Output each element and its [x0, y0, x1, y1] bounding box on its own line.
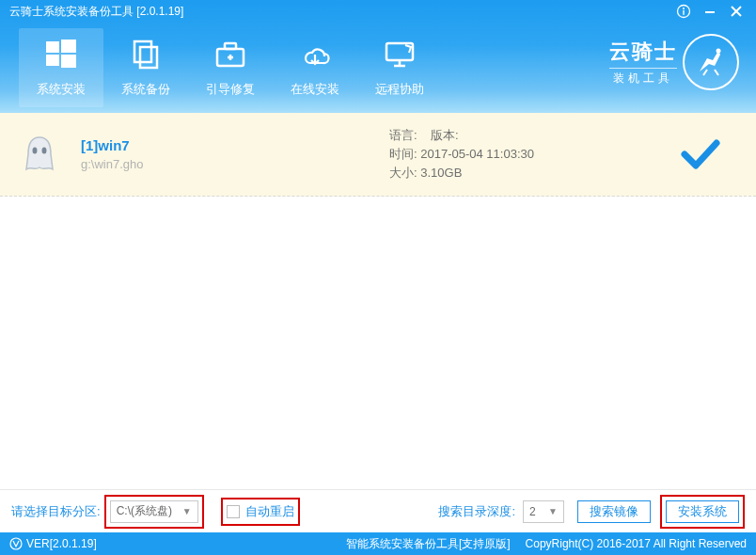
nav-label: 远程协助 [375, 81, 424, 98]
install-system-button[interactable]: 安装系统 [666, 500, 739, 523]
search-image-button[interactable]: 搜索镜像 [577, 500, 651, 523]
image-list: [1]win7 g:\win7.gho 语言: 版本: 时间: 2017-05-… [0, 113, 756, 489]
svg-line-22 [715, 70, 718, 75]
brand-name: 云骑士 [609, 38, 677, 66]
footer-center: 智能系统安装备份工具[支持原版] [346, 536, 511, 552]
footer: VER[2.0.1.19] 智能系统安装备份工具[支持原版] CopyRight… [0, 532, 756, 555]
svg-point-20 [717, 49, 721, 54]
svg-rect-3 [705, 11, 715, 13]
chevron-down-icon: ▼ [548, 506, 558, 516]
nav-backup[interactable]: 系统备份 [103, 28, 188, 107]
brand: 云骑士 装机工具 [609, 34, 739, 90]
svg-line-21 [703, 70, 707, 75]
depth-dropdown[interactable]: 2 ▼ [523, 500, 564, 523]
close-button[interactable] [726, 3, 747, 20]
titlebar: 云骑士系统安装备份工具 [2.0.1.19] [0, 0, 756, 23]
window-title: 云骑士系统安装备份工具 [2.0.1.19] [9, 4, 183, 20]
selected-check-icon [634, 137, 737, 171]
svg-rect-2 [683, 10, 684, 15]
toolbox-icon [210, 34, 251, 75]
svg-rect-6 [46, 41, 59, 53]
bottom-bar: 请选择目标分区: C:\(系统盘) ▼ 自动重启 搜索目录深度: 2 ▼ 搜索镜… [0, 489, 756, 532]
copy-icon [125, 34, 166, 75]
nav-install[interactable]: 系统安装 [19, 28, 103, 107]
image-item[interactable]: [1]win7 g:\win7.gho 语言: 版本: 时间: 2017-05-… [0, 113, 756, 197]
windows-icon [40, 34, 82, 75]
svg-rect-10 [134, 41, 151, 62]
nav-label: 系统安装 [37, 81, 86, 98]
info-icon[interactable] [673, 3, 694, 20]
auto-reboot-label: 自动重启 [245, 503, 294, 520]
depth-label: 搜索目录深度: [438, 503, 515, 520]
nav-remote[interactable]: 远程协助 [357, 28, 442, 107]
highlight-target: C:\(系统盘) ▼ [104, 495, 204, 529]
auto-reboot-checkbox[interactable] [227, 505, 240, 518]
svg-rect-8 [46, 55, 59, 66]
chevron-down-icon: ▼ [182, 506, 192, 516]
target-partition-dropdown[interactable]: C:\(系统盘) ▼ [110, 500, 198, 523]
svg-rect-11 [140, 47, 157, 68]
depth-value: 2 [529, 505, 536, 518]
footer-copyright: CopyRight(C) 2016-2017 All Right Reserve… [526, 537, 747, 550]
svg-rect-9 [61, 55, 76, 68]
highlight-install: 安装系统 [660, 495, 745, 529]
nav-label: 系统备份 [121, 81, 170, 98]
image-title: [1]win7 [81, 137, 344, 153]
target-value: C:\(系统盘) [117, 503, 172, 519]
nav-online-install[interactable]: 在线安装 [273, 28, 357, 107]
target-label: 请选择目标分区: [11, 503, 101, 520]
image-path: g:\win7.gho [81, 157, 344, 171]
monitor-icon [379, 34, 420, 75]
svg-rect-7 [61, 40, 76, 53]
ghost-icon [19, 134, 60, 175]
svg-rect-13 [225, 43, 236, 49]
nav-label: 在线安装 [291, 81, 339, 98]
nav-boot-repair[interactable]: 引导修复 [188, 28, 273, 107]
brand-subtitle: 装机工具 [609, 68, 677, 87]
nav-label: 引导修复 [206, 81, 255, 98]
minimize-button[interactable] [700, 3, 720, 20]
svg-point-1 [683, 8, 685, 9]
highlight-reboot: 自动重启 [221, 498, 300, 526]
svg-point-24 [42, 148, 47, 154]
image-meta: 语言: 版本: 时间: 2017-05-04 11:03:30 大小: 3.10… [389, 126, 634, 182]
version-label: VER[2.0.1.19] [9, 537, 97, 550]
brand-logo-icon [683, 34, 739, 90]
header: 云骑士系统安装备份工具 [2.0.1.19] 系统安装 系统备份 [0, 0, 756, 113]
cloud-download-icon [294, 34, 336, 75]
svg-point-23 [33, 148, 38, 154]
